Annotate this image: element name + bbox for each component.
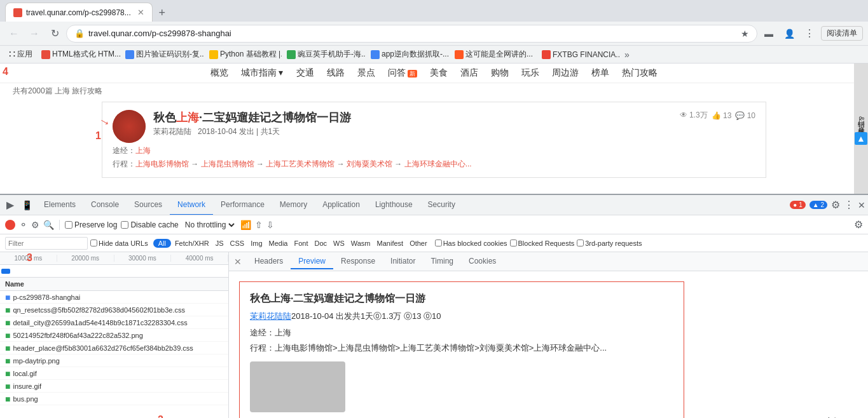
bookmark-python[interactable]: Python 基础教程 |... bbox=[205, 48, 282, 61]
has-blocked-label[interactable]: Has blocked cookies bbox=[435, 239, 507, 247]
preview-tab-headers[interactable]: Headers bbox=[247, 254, 291, 269]
wifi-icon[interactable]: 📶 bbox=[240, 220, 251, 230]
settings-icon[interactable]: ⚙ bbox=[831, 199, 840, 211]
bookmark-qunar[interactable]: 这可能是全网讲的... bbox=[451, 48, 537, 61]
preview-tab-response[interactable]: Response bbox=[333, 254, 383, 269]
tab-application[interactable]: Application bbox=[315, 195, 368, 215]
throttling-select[interactable]: No throttling bbox=[183, 220, 237, 230]
nav-nearby[interactable]: 周边游 bbox=[552, 67, 579, 79]
settings-icon2[interactable]: ⚙ bbox=[854, 219, 863, 231]
third-party-label[interactable]: 3rd-party requests bbox=[577, 239, 642, 247]
file-item-4[interactable]: ■ header_place@f5b83001a6632d276cf65ef38… bbox=[0, 342, 228, 354]
close-devtools-icon[interactable]: ✕ bbox=[858, 200, 865, 210]
bookmark-captcha[interactable]: 图片验证码识别-复... bbox=[121, 48, 204, 61]
tab-network[interactable]: Network bbox=[170, 195, 213, 215]
file-item-5[interactable]: ■ mp-daytrip.png bbox=[0, 354, 228, 367]
reload-button[interactable]: ↻ bbox=[46, 25, 64, 43]
file-item-7[interactable]: ■ insure.gif bbox=[0, 380, 228, 393]
tab-performance[interactable]: Performance bbox=[213, 195, 272, 215]
filter-all[interactable]: All bbox=[153, 239, 171, 248]
tab-security[interactable]: Security bbox=[420, 195, 463, 215]
bookmark-app[interactable]: app逆向数据抓取-... bbox=[367, 48, 450, 61]
devtools-device-icon[interactable]: 📱 bbox=[18, 200, 36, 210]
filter-manifest[interactable]: Manifest bbox=[375, 239, 406, 248]
filter-js[interactable]: JS bbox=[213, 239, 226, 248]
forward-button[interactable]: → bbox=[25, 25, 43, 43]
disable-cache-label[interactable]: Disable cache bbox=[121, 220, 178, 229]
search-icon[interactable]: 🔍 bbox=[43, 220, 54, 230]
nav-food[interactable]: 美食 bbox=[430, 67, 448, 79]
record-btn[interactable] bbox=[5, 220, 15, 230]
disable-cache-checkbox[interactable] bbox=[121, 221, 128, 229]
tab-elements[interactable]: Elements bbox=[36, 195, 83, 215]
preview-tab-timing[interactable]: Timing bbox=[423, 254, 461, 269]
nav-guide[interactable]: 热门攻略 bbox=[622, 67, 658, 79]
more-icon[interactable]: ⋮ bbox=[844, 199, 854, 211]
filter-other[interactable]: Other bbox=[407, 239, 430, 248]
preview-tab-cookies[interactable]: Cookies bbox=[461, 254, 504, 269]
file-item-3[interactable]: ■ 50214952fbf248f06af43a222c82a532.png bbox=[0, 329, 228, 342]
download-icon[interactable]: ⇩ bbox=[266, 220, 274, 230]
filter-doc[interactable]: Doc bbox=[312, 239, 329, 248]
hide-data-urls-label[interactable]: Hide data URLs bbox=[90, 239, 148, 247]
upload-icon[interactable]: ⇧ bbox=[255, 220, 263, 230]
feedback-sidebar[interactable]: 纠错&意见反馈 ▲ bbox=[854, 64, 868, 194]
blocked-req-checkbox[interactable] bbox=[510, 239, 517, 246]
extensions-icon[interactable]: ▬ bbox=[760, 25, 778, 43]
tab-close-icon[interactable]: ✕ bbox=[137, 8, 144, 17]
preserve-log-label[interactable]: Preserve log bbox=[65, 220, 117, 229]
filter-icon[interactable]: ⚙ bbox=[31, 220, 39, 230]
file-item-6[interactable]: ■ local.gif bbox=[0, 367, 228, 380]
filter-ws[interactable]: WS bbox=[331, 239, 347, 248]
reading-list-btn[interactable]: 阅读清单 bbox=[821, 26, 863, 41]
nav-hotel[interactable]: 酒店 bbox=[460, 67, 478, 79]
nav-traffic[interactable]: 交通 bbox=[296, 67, 314, 79]
preview-author-link[interactable]: 茉莉花陆陆 bbox=[250, 311, 291, 321]
nav-ranking[interactable]: 榜单 bbox=[591, 67, 609, 79]
tab-memory[interactable]: Memory bbox=[272, 195, 315, 215]
more-bookmarks[interactable]: » bbox=[624, 50, 630, 60]
preserve-log-checkbox[interactable] bbox=[65, 221, 72, 229]
filter-xhr[interactable]: Fetch/XHR bbox=[172, 239, 212, 248]
nav-scenic[interactable]: 景点 bbox=[357, 67, 375, 79]
feedback-up-arrow[interactable]: ▲ bbox=[855, 132, 867, 145]
filter-media[interactable]: Media bbox=[266, 239, 291, 248]
bookmark-wandou[interactable]: 豌豆英手机助手-海... bbox=[283, 48, 366, 61]
filter-wasm[interactable]: Wasm bbox=[348, 239, 373, 248]
bookmark-html[interactable]: HTML格式化 HTM... bbox=[38, 48, 120, 61]
active-tab[interactable]: travel.qunar.com/p-cs299878... ✕ bbox=[5, 3, 153, 22]
has-blocked-checkbox[interactable] bbox=[435, 239, 442, 246]
tab-sources[interactable]: Sources bbox=[127, 195, 170, 215]
filter-input[interactable] bbox=[5, 237, 88, 250]
nav-fun[interactable]: 玩乐 bbox=[521, 67, 539, 79]
nav-shopping[interactable]: 购物 bbox=[491, 67, 509, 79]
file-item-1[interactable]: ■ qn_resetcss@5fb502f82782d9638d045602f0… bbox=[0, 304, 228, 316]
file-item-2[interactable]: ■ detail_city@26599a1ad54e4148b9c1871c32… bbox=[0, 316, 228, 329]
devtools-inspect-icon[interactable]: ▶ bbox=[3, 199, 18, 211]
tab-console[interactable]: Console bbox=[83, 195, 127, 215]
nav-cityguide[interactable]: 城市指南 ▾ bbox=[241, 67, 284, 79]
menu-icon[interactable]: ⋮ bbox=[801, 25, 818, 43]
nav-qa[interactable]: 问答 新 bbox=[388, 67, 418, 79]
nav-route[interactable]: 线路 bbox=[327, 67, 345, 79]
address-bar[interactable]: 🔒 travel.qunar.com/p-cs299878-shanghai ★ bbox=[66, 25, 757, 43]
preview-tab-initiator[interactable]: Initiator bbox=[383, 254, 423, 269]
bookmark-fxtbg[interactable]: FXTBG FINANCIA... bbox=[538, 49, 621, 60]
nav-overview[interactable]: 概览 bbox=[210, 67, 228, 79]
filter-font[interactable]: Font bbox=[291, 239, 310, 248]
third-party-checkbox[interactable] bbox=[577, 239, 584, 246]
tab-lighthouse[interactable]: Lighthouse bbox=[368, 195, 420, 215]
file-item-0[interactable]: ■ p-cs299878-shanghai bbox=[0, 291, 228, 304]
hide-data-urls-checkbox[interactable] bbox=[90, 239, 97, 246]
preview-tab-preview[interactable]: Preview bbox=[291, 254, 333, 269]
new-tab-btn[interactable]: + bbox=[153, 4, 171, 22]
clear-btn[interactable]: ⚬ bbox=[19, 219, 27, 231]
account-icon[interactable]: 👤 bbox=[780, 25, 798, 43]
blocked-req-label[interactable]: Blocked Requests bbox=[510, 239, 575, 247]
filter-img[interactable]: Img bbox=[248, 239, 265, 248]
filter-css[interactable]: CSS bbox=[228, 239, 247, 248]
apps-button[interactable]: ∷ 应用 bbox=[5, 47, 36, 62]
file-item-8[interactable]: ■ bus.png 5 bbox=[0, 393, 228, 405]
star-icon[interactable]: ★ bbox=[741, 29, 749, 39]
preview-close-btn[interactable]: ✕ bbox=[229, 257, 247, 267]
